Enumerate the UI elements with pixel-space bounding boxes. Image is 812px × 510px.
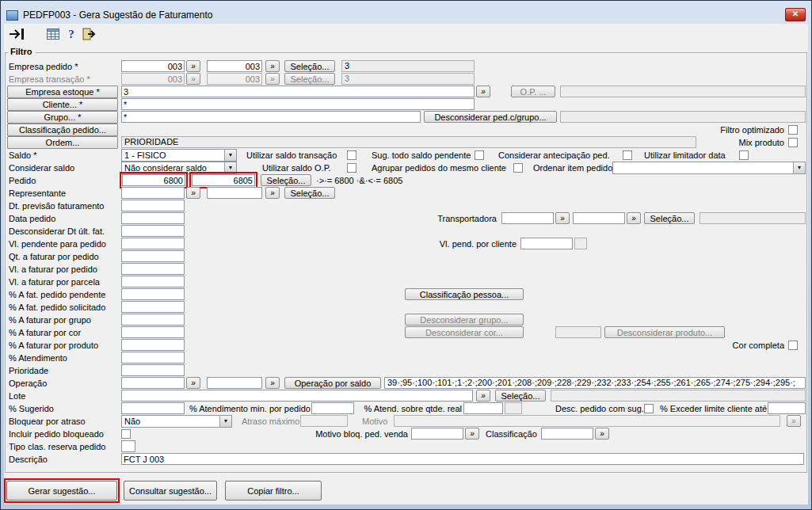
desconsiderar-cor-button: Desconsiderar cor... bbox=[405, 326, 524, 338]
cliente-input[interactable] bbox=[121, 98, 475, 110]
pct-atendimento-input[interactable] bbox=[121, 352, 185, 363]
atendimento-min-input[interactable] bbox=[311, 402, 354, 414]
vl-faturar-parcela-input[interactable] bbox=[121, 276, 185, 287]
empresa-estoque-input[interactable] bbox=[121, 86, 475, 97]
lote-lookup-button[interactable]: » bbox=[476, 390, 490, 402]
classificacao-pedido-button[interactable]: Classificação pedido... bbox=[7, 124, 118, 136]
desconsiderar-grupo-button: Desconsiderar grupo... bbox=[405, 314, 524, 325]
tipo-clas-input[interactable] bbox=[121, 440, 135, 452]
filtro-optimizado-checkbox[interactable] bbox=[788, 125, 798, 135]
operacao-from-input[interactable] bbox=[121, 377, 185, 389]
grupo-input[interactable] bbox=[121, 111, 421, 123]
operacao-to-input[interactable] bbox=[207, 377, 262, 389]
transportadora-from-input[interactable] bbox=[501, 212, 554, 224]
vl-pendente-input[interactable] bbox=[121, 238, 185, 249]
close-button[interactable]: ✕ bbox=[785, 8, 806, 21]
representante-to-input[interactable] bbox=[207, 187, 262, 199]
representante-to-lookup-button[interactable]: » bbox=[265, 187, 280, 199]
row-incluir-bloqueado: Incluir pedido bloqueado Motivo bloq. pe… bbox=[6, 428, 806, 440]
exit-icon[interactable] bbox=[7, 25, 26, 43]
vl-faturar-pedido-input[interactable] bbox=[121, 263, 185, 275]
descricao-input[interactable] bbox=[121, 453, 804, 465]
pct-grupo-input[interactable] bbox=[121, 314, 185, 325]
pedido-selecao-button[interactable]: Seleção... bbox=[261, 174, 311, 186]
pct-cor-input[interactable] bbox=[121, 326, 185, 338]
classificacao-input[interactable] bbox=[541, 428, 593, 440]
agrupar-pedidos-checkbox[interactable] bbox=[513, 163, 523, 173]
mix-produto-checkbox[interactable] bbox=[788, 138, 798, 147]
bloquear-atraso-combo[interactable]: Não ▼ bbox=[121, 415, 232, 428]
motivo-bloq-lookup-button[interactable]: » bbox=[465, 428, 479, 440]
row-data-pedido: Data pedido Transportadora » » Seleção..… bbox=[6, 212, 806, 225]
grupo-button[interactable]: Grupo... * bbox=[7, 111, 118, 124]
classificacao-lookup-button[interactable]: » bbox=[595, 428, 609, 440]
quit-icon[interactable] bbox=[80, 25, 99, 43]
pct-fat-pendente-input[interactable] bbox=[121, 288, 185, 300]
sug-todo-saldo-checkbox[interactable] bbox=[475, 150, 484, 160]
lote-input[interactable] bbox=[121, 390, 473, 402]
atend-qtde-real-input[interactable] bbox=[463, 402, 503, 414]
transportadora-from-lookup-button[interactable]: » bbox=[555, 212, 570, 224]
empresa-pedido-from-lookup-button[interactable]: » bbox=[186, 60, 200, 72]
copiar-filtro-button[interactable]: Copiar filtro... bbox=[225, 481, 322, 500]
considerar-antecipacao-checkbox[interactable] bbox=[623, 150, 632, 160]
transportadora-to-lookup-button[interactable]: » bbox=[627, 212, 641, 224]
desc-pedido-sug-checkbox[interactable] bbox=[644, 404, 654, 413]
annotation-highlight: Gerar sugestão... bbox=[4, 478, 120, 503]
operacao-to-lookup-button[interactable]: » bbox=[265, 377, 280, 389]
empresa-pedido-selecao-button[interactable]: Seleção... bbox=[284, 60, 335, 72]
cliente-button[interactable]: Cliente... * bbox=[7, 98, 118, 111]
dt-previsao-input[interactable] bbox=[121, 200, 185, 211]
prioridade-input[interactable] bbox=[121, 364, 185, 376]
saldo-combo[interactable]: 1 - FISICO ▼ bbox=[121, 149, 237, 162]
incluir-bloqueado-checkbox[interactable] bbox=[121, 429, 131, 439]
browse-grid-icon[interactable] bbox=[44, 25, 63, 43]
row-pct-atendimento: % Atendimento bbox=[6, 352, 806, 364]
empresa-pedido-to-input[interactable] bbox=[207, 60, 262, 72]
motivo-bloq-input[interactable] bbox=[411, 428, 463, 440]
desc-pedido-sug-label: Desc. pedido com sug. bbox=[555, 402, 644, 415]
empresa-estoque-lookup-button[interactable]: » bbox=[476, 86, 490, 97]
utilizar-saldo-op-checkbox[interactable] bbox=[347, 163, 356, 173]
consultar-sugestao-button[interactable]: Consultar sugestão... bbox=[124, 481, 217, 500]
exceder-limite-input[interactable] bbox=[768, 402, 806, 414]
transportadora-selecao-button[interactable]: Seleção... bbox=[644, 212, 695, 224]
help-glyph: ? bbox=[68, 28, 74, 41]
pct-fat-solicitado-input[interactable] bbox=[121, 301, 185, 313]
ordenar-item-combo[interactable]: ▼ bbox=[612, 162, 806, 174]
empresa-estoque-button[interactable]: Empresa estoque * bbox=[7, 86, 118, 98]
ordem-button[interactable]: Ordem... bbox=[7, 136, 118, 149]
dialog-window: PEDFP003 - Gera Sugestão de Faturamento … bbox=[0, 0, 812, 510]
representante-from-input[interactable] bbox=[121, 187, 185, 199]
pedido-to-input[interactable] bbox=[192, 174, 255, 186]
desconsiderar-dt-input[interactable] bbox=[121, 225, 185, 237]
vl-pend-cliente-extra-field bbox=[574, 238, 587, 249]
qt-faturar-input[interactable] bbox=[121, 250, 185, 262]
representante-label: Representante bbox=[9, 187, 66, 200]
vl-pend-cliente-input[interactable] bbox=[520, 238, 573, 249]
representante-selecao-button[interactable]: Seleção... bbox=[284, 187, 335, 199]
empresa-pedido-to-lookup-button[interactable]: » bbox=[265, 60, 280, 72]
pct-sugerido-input[interactable] bbox=[121, 402, 185, 414]
representante-from-lookup-button[interactable]: » bbox=[186, 187, 200, 199]
utilizar-limitador-checkbox[interactable] bbox=[739, 150, 749, 160]
data-pedido-input[interactable] bbox=[121, 212, 185, 224]
pedido-from-input[interactable] bbox=[122, 174, 185, 186]
lote-selecao-button[interactable]: Seleção... bbox=[495, 390, 546, 402]
transportadora-to-input[interactable] bbox=[573, 212, 625, 224]
operacao-from-lookup-button[interactable]: » bbox=[186, 377, 200, 389]
operacao-por-saldo-button[interactable]: Operação por saldo bbox=[284, 377, 381, 389]
data-pedido-label: Data pedido bbox=[9, 212, 55, 225]
row-ordem: Ordem... PRIORIDADE Mix produto bbox=[6, 136, 806, 149]
sug-todo-saldo-label: Sug. todo saldo pendente bbox=[372, 149, 471, 162]
desconsiderar-ped-grupo-button[interactable]: Desconsiderar ped.c/grupo... bbox=[424, 111, 557, 123]
gerar-sugestao-button[interactable]: Gerar sugestão... bbox=[6, 481, 117, 500]
empresa-pedido-from-input[interactable] bbox=[121, 60, 185, 72]
utilizar-saldo-transacao-checkbox[interactable] bbox=[347, 150, 356, 160]
help-icon[interactable]: ? bbox=[62, 25, 81, 43]
transportadora-extra-field bbox=[700, 212, 806, 224]
classificacao-pessoa-button[interactable]: Classificação pessoa... bbox=[405, 288, 524, 300]
pct-produto-input[interactable] bbox=[121, 339, 185, 351]
lote-extra-field bbox=[551, 390, 806, 402]
cor-completa-checkbox[interactable] bbox=[788, 341, 798, 350]
